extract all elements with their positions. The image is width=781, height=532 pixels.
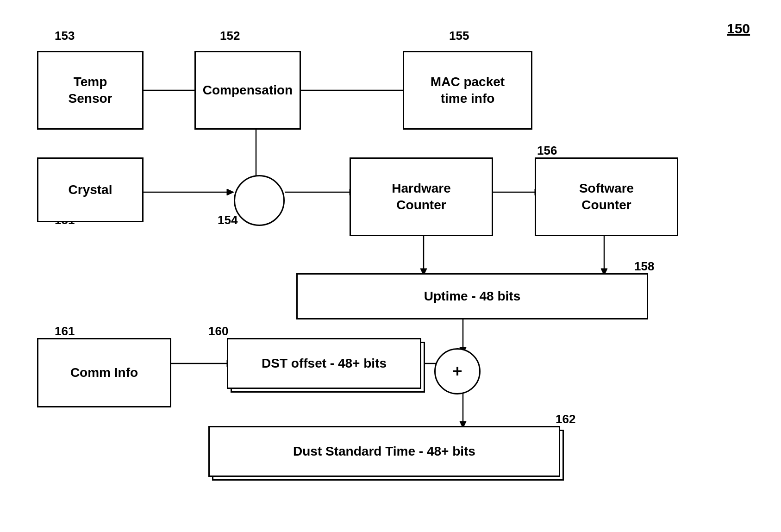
comm-info-box: Comm Info	[37, 338, 171, 407]
hardware-counter-box: Hardware Counter	[350, 157, 493, 236]
software-counter-label: Software Counter	[579, 180, 634, 214]
crystal-box: Crystal	[37, 157, 144, 222]
compensation-box: Compensation	[194, 51, 301, 130]
ref-152: 152	[220, 29, 240, 43]
hardware-counter-label: Hardware Counter	[392, 180, 451, 214]
temp-sensor-label: Temp Sensor	[69, 74, 112, 107]
diagram: 150 153 Temp Sensor 152 Compensation 155…	[0, 0, 781, 532]
ref-158: 158	[634, 259, 654, 274]
dst-offset-label: DST offset - 48+ bits	[262, 355, 387, 372]
crystal-label: Crystal	[69, 182, 112, 198]
ref-154: 154	[218, 213, 237, 227]
dust-standard-label: Dust Standard Time - 48+ bits	[293, 443, 475, 460]
temp-sensor-box: Temp Sensor	[37, 51, 144, 130]
mac-packet-box: MAC packet time info	[403, 51, 532, 130]
uptime-label: Uptime - 48 bits	[424, 288, 520, 305]
uptime-box: Uptime - 48 bits	[296, 273, 648, 319]
compensation-label: Compensation	[203, 82, 293, 99]
ref-162: 162	[556, 412, 575, 426]
ref-160: 160	[208, 324, 228, 338]
dust-standard-box: Dust Standard Time - 48+ bits	[208, 426, 560, 477]
plus-symbol: +	[452, 362, 462, 381]
svg-marker-7	[227, 189, 234, 195]
comm-info-label: Comm Info	[70, 364, 138, 381]
ref-161: 161	[55, 324, 75, 338]
ref-150: 150	[727, 21, 750, 37]
ref-156: 156	[537, 144, 557, 158]
circle-154	[234, 175, 285, 226]
software-counter-box: Software Counter	[535, 157, 678, 236]
ref-155: 155	[449, 29, 469, 43]
ref-153: 153	[55, 29, 75, 43]
dst-offset-box: DST offset - 48+ bits	[227, 338, 421, 389]
circle-plus: +	[434, 348, 481, 394]
mac-packet-label: MAC packet time info	[431, 74, 505, 107]
